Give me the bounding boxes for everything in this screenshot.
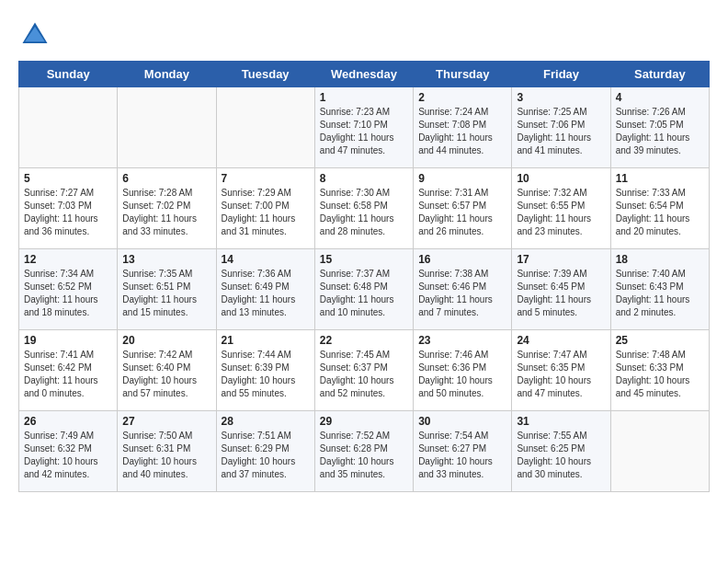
calendar-cell: 28 Sunrise: 7:51 AM Sunset: 6:29 PM Dayl… (216, 411, 314, 492)
cell-content: Sunrise: 7:41 AM Sunset: 6:42 PM Dayligh… (24, 349, 112, 400)
cell-content: Sunrise: 7:31 AM Sunset: 6:57 PM Dayligh… (418, 187, 506, 238)
sunrise-text: Sunrise: 7:25 AM (517, 107, 586, 117)
day-number: 14 (222, 253, 310, 266)
sunrise-text: Sunrise: 7:55 AM (517, 431, 586, 441)
day-number: 25 (616, 334, 704, 347)
day-number: 19 (24, 334, 112, 347)
calendar-cell (610, 411, 709, 492)
cell-content: Sunrise: 7:35 AM Sunset: 6:51 PM Dayligh… (122, 268, 210, 319)
calendar-week-row: 19 Sunrise: 7:41 AM Sunset: 6:42 PM Dayl… (19, 330, 710, 411)
sunset-text: Sunset: 6:35 PM (517, 362, 585, 373)
logo (18, 18, 57, 52)
sunset-text: Sunset: 6:48 PM (320, 282, 388, 292)
calendar-cell: 23 Sunrise: 7:46 AM Sunset: 6:36 PM Dayl… (414, 330, 512, 411)
sunrise-text: Sunrise: 7:28 AM (122, 188, 192, 198)
calendar-cell: 10 Sunrise: 7:32 AM Sunset: 6:55 PM Dayl… (512, 168, 610, 249)
calendar-cell (216, 87, 314, 168)
calendar-cell: 6 Sunrise: 7:28 AM Sunset: 7:02 PM Dayli… (118, 168, 216, 249)
cell-content: Sunrise: 7:27 AM Sunset: 7:03 PM Dayligh… (24, 187, 112, 238)
calendar-cell: 30 Sunrise: 7:54 AM Sunset: 6:27 PM Dayl… (414, 411, 512, 492)
day-number: 27 (122, 415, 210, 428)
cell-content: Sunrise: 7:55 AM Sunset: 6:25 PM Dayligh… (517, 430, 605, 481)
day-number: 9 (418, 172, 506, 185)
sunset-text: Sunset: 7:10 PM (320, 120, 388, 130)
sunset-text: Sunset: 6:45 PM (517, 282, 585, 292)
daylight-text: Daylight: 10 hours and 35 minutes. (320, 456, 394, 479)
sunset-text: Sunset: 6:54 PM (616, 201, 684, 211)
daylight-text: Daylight: 11 hours and 31 minutes. (222, 213, 296, 236)
sunset-text: Sunset: 6:42 PM (24, 362, 92, 373)
weekday-header: Wednesday (314, 62, 413, 87)
day-number: 10 (517, 172, 605, 185)
cell-content: Sunrise: 7:32 AM Sunset: 6:55 PM Dayligh… (517, 187, 605, 238)
daylight-text: Daylight: 11 hours and 13 minutes. (222, 294, 296, 317)
calendar-cell: 8 Sunrise: 7:30 AM Sunset: 6:58 PM Dayli… (314, 168, 413, 249)
sunset-text: Sunset: 6:57 PM (418, 201, 486, 211)
daylight-text: Daylight: 11 hours and 2 minutes. (616, 294, 690, 317)
day-number: 17 (517, 253, 605, 266)
day-number: 13 (122, 253, 210, 266)
cell-content: Sunrise: 7:52 AM Sunset: 6:28 PM Dayligh… (320, 430, 408, 481)
daylight-text: Daylight: 11 hours and 47 minutes. (320, 132, 394, 155)
sunset-text: Sunset: 6:43 PM (616, 282, 684, 292)
day-number: 23 (418, 334, 506, 347)
calendar-cell: 7 Sunrise: 7:29 AM Sunset: 7:00 PM Dayli… (216, 168, 314, 249)
sunset-text: Sunset: 6:33 PM (616, 362, 684, 373)
cell-content: Sunrise: 7:36 AM Sunset: 6:49 PM Dayligh… (222, 268, 310, 319)
cell-content: Sunrise: 7:30 AM Sunset: 6:58 PM Dayligh… (320, 187, 408, 238)
calendar-cell: 9 Sunrise: 7:31 AM Sunset: 6:57 PM Dayli… (414, 168, 512, 249)
sunrise-text: Sunrise: 7:45 AM (320, 350, 390, 360)
daylight-text: Daylight: 10 hours and 42 minutes. (24, 456, 98, 479)
daylight-text: Daylight: 11 hours and 0 minutes. (24, 375, 98, 398)
cell-content: Sunrise: 7:46 AM Sunset: 6:36 PM Dayligh… (418, 349, 506, 400)
sunset-text: Sunset: 7:02 PM (122, 201, 190, 211)
day-number: 4 (616, 91, 704, 104)
sunset-text: Sunset: 7:08 PM (418, 120, 486, 130)
sunrise-text: Sunrise: 7:23 AM (320, 107, 390, 117)
sunset-text: Sunset: 6:37 PM (320, 362, 388, 373)
sunset-text: Sunset: 7:05 PM (616, 120, 684, 130)
calendar-cell: 20 Sunrise: 7:42 AM Sunset: 6:40 PM Dayl… (118, 330, 216, 411)
cell-content: Sunrise: 7:29 AM Sunset: 7:00 PM Dayligh… (222, 187, 310, 238)
day-number: 24 (517, 334, 605, 347)
daylight-text: Daylight: 10 hours and 47 minutes. (517, 375, 591, 398)
cell-content: Sunrise: 7:54 AM Sunset: 6:27 PM Dayligh… (418, 430, 506, 481)
weekday-header: Tuesday (216, 62, 314, 87)
cell-content: Sunrise: 7:23 AM Sunset: 7:10 PM Dayligh… (320, 106, 408, 157)
calendar-cell: 31 Sunrise: 7:55 AM Sunset: 6:25 PM Dayl… (512, 411, 610, 492)
cell-content: Sunrise: 7:48 AM Sunset: 6:33 PM Dayligh… (616, 349, 704, 400)
calendar-week-row: 5 Sunrise: 7:27 AM Sunset: 7:03 PM Dayli… (19, 168, 710, 249)
calendar-cell: 21 Sunrise: 7:44 AM Sunset: 6:39 PM Dayl… (216, 330, 314, 411)
sunset-text: Sunset: 6:25 PM (517, 443, 585, 454)
daylight-text: Daylight: 11 hours and 20 minutes. (616, 213, 690, 236)
sunset-text: Sunset: 6:55 PM (517, 201, 585, 211)
calendar-cell: 15 Sunrise: 7:37 AM Sunset: 6:48 PM Dayl… (314, 249, 413, 330)
daylight-text: Daylight: 10 hours and 40 minutes. (122, 456, 197, 479)
sunrise-text: Sunrise: 7:35 AM (122, 269, 192, 279)
daylight-text: Daylight: 11 hours and 36 minutes. (24, 213, 98, 236)
sunrise-text: Sunrise: 7:40 AM (616, 269, 686, 279)
weekday-header: Monday (118, 62, 216, 87)
daylight-text: Daylight: 10 hours and 55 minutes. (222, 375, 296, 398)
day-number: 8 (320, 172, 408, 185)
sunrise-text: Sunrise: 7:46 AM (418, 350, 488, 360)
weekday-header: Saturday (610, 62, 709, 87)
calendar-cell: 13 Sunrise: 7:35 AM Sunset: 6:51 PM Dayl… (118, 249, 216, 330)
sunrise-text: Sunrise: 7:31 AM (418, 188, 488, 198)
day-number: 1 (320, 91, 408, 104)
day-number: 3 (517, 91, 605, 104)
calendar-cell: 26 Sunrise: 7:49 AM Sunset: 6:32 PM Dayl… (19, 411, 118, 492)
day-number: 5 (24, 172, 112, 185)
sunset-text: Sunset: 7:00 PM (222, 201, 290, 211)
day-number: 15 (320, 253, 408, 266)
cell-content: Sunrise: 7:47 AM Sunset: 6:35 PM Dayligh… (517, 349, 605, 400)
sunrise-text: Sunrise: 7:34 AM (24, 269, 94, 279)
sunset-text: Sunset: 6:49 PM (222, 282, 290, 292)
sunset-text: Sunset: 7:03 PM (24, 201, 92, 211)
day-number: 18 (616, 253, 704, 266)
cell-content: Sunrise: 7:26 AM Sunset: 7:05 PM Dayligh… (616, 106, 704, 157)
calendar-cell: 27 Sunrise: 7:50 AM Sunset: 6:31 PM Dayl… (118, 411, 216, 492)
calendar-cell: 1 Sunrise: 7:23 AM Sunset: 7:10 PM Dayli… (314, 87, 413, 168)
calendar-cell: 3 Sunrise: 7:25 AM Sunset: 7:06 PM Dayli… (512, 87, 610, 168)
calendar-cell (118, 87, 216, 168)
